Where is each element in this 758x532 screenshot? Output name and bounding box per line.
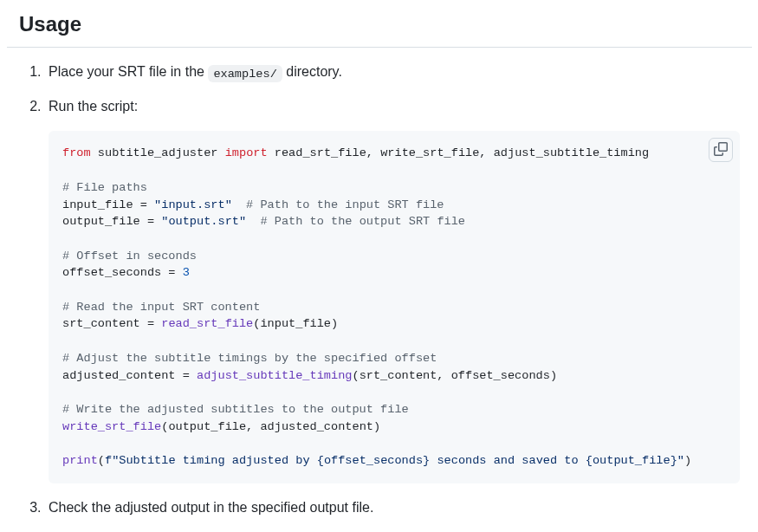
string-text: f"Subtitle timing adjusted by <box>105 454 317 467</box>
comment: # Read the input SRT content <box>62 301 260 314</box>
function-call: adjust_subtitle_timing <box>197 369 352 382</box>
fstring-var: offset_seconds <box>324 454 423 467</box>
code-text: adjusted_content = <box>62 369 197 382</box>
function-call: write_srt_file <box>62 420 161 433</box>
step-2-text: Run the script: <box>49 96 740 117</box>
string-literal: "output.srt" <box>161 215 246 228</box>
module-name: subtitle_adjuster <box>98 146 218 159</box>
copy-button[interactable] <box>709 138 733 162</box>
fstring: f"Subtitle timing adjusted by {offset_se… <box>105 454 684 467</box>
code-text: (input_file) <box>253 317 338 330</box>
code-text: (srt_content, offset_seconds) <box>352 369 557 382</box>
comment: # Path to the output SRT file <box>246 215 465 228</box>
section-heading-usage: Usage <box>7 9 752 48</box>
code-text: (output_file, adjusted_content) <box>161 420 380 433</box>
comment: # File paths <box>62 181 147 194</box>
step-1-text: Place your SRT file in the examples/ dir… <box>49 62 740 82</box>
python-code-block: from subtitle_adjuster import read_srt_f… <box>62 145 726 469</box>
text-fragment: Place your SRT file in the <box>49 64 208 79</box>
code-text: ( <box>98 454 105 467</box>
code-text: output_file = <box>62 215 161 228</box>
list-item: Place your SRT file in the examples/ dir… <box>45 62 740 82</box>
keyword-from: from <box>62 146 91 159</box>
string-literal: "input.srt" <box>154 198 232 211</box>
code-block-container: from subtitle_adjuster import read_srt_f… <box>49 131 740 483</box>
list-item: Check the adjusted output in the specifi… <box>45 497 740 518</box>
readme-section: Usage Place your SRT file in the example… <box>7 9 752 518</box>
code-text: input_file = <box>62 198 154 211</box>
keyword-import: import <box>225 146 268 159</box>
function-call: read_srt_file <box>161 317 253 330</box>
code-text: srt_content = <box>62 317 161 330</box>
import-names: read_srt_file, write_srt_file, adjust_su… <box>275 146 649 159</box>
comment: # Adjust the subtitle timings by the spe… <box>62 352 437 365</box>
comment: # Path to the input SRT file <box>232 198 444 211</box>
number-literal: 3 <box>183 266 190 279</box>
fstring-var: output_file <box>593 454 671 467</box>
code-text: ) <box>684 454 691 467</box>
copy-icon <box>714 142 728 159</box>
list-item: Run the script: from subtitle_adjuster i… <box>45 96 740 483</box>
brace: { <box>586 454 593 467</box>
brace: { <box>317 454 324 467</box>
function-call: print <box>62 454 98 467</box>
code-text: offset_seconds = <box>62 266 183 279</box>
string-text: " <box>677 454 684 467</box>
inline-code-examples-dir: examples/ <box>208 65 282 82</box>
comment: # Offset in seconds <box>62 250 197 263</box>
usage-steps-list: Place your SRT file in the examples/ dir… <box>7 62 752 518</box>
text-fragment: directory. <box>282 64 342 79</box>
comment: # Write the adjusted subtitles to the ou… <box>62 403 409 416</box>
brace: } <box>671 454 677 467</box>
string-text: seconds and saved to <box>430 454 585 467</box>
step-3-text: Check the adjusted output in the specifi… <box>49 497 740 518</box>
